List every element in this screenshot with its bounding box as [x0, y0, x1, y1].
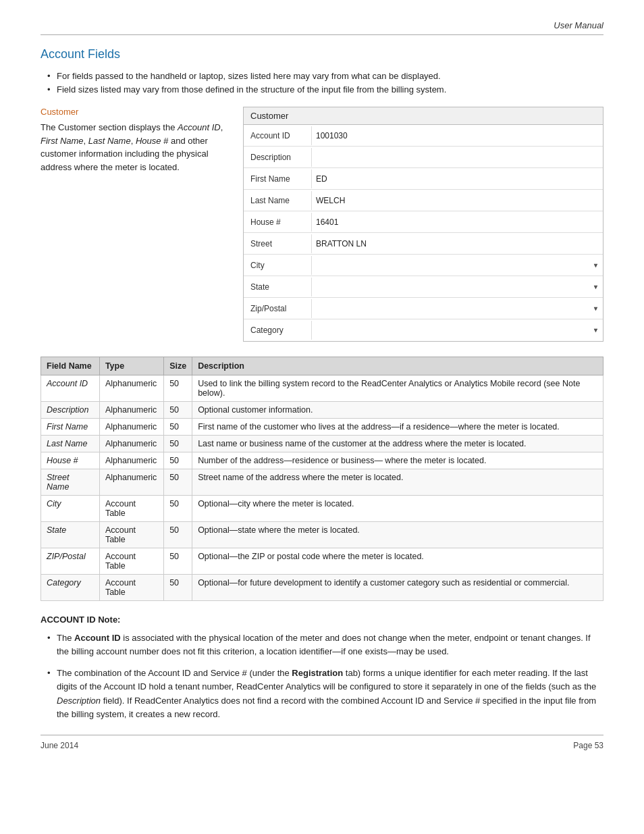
cell-type: Account Table: [99, 548, 163, 575]
field-value-zip[interactable]: ▼: [311, 299, 603, 318]
cell-field-name: First Name: [41, 419, 100, 436]
col-header-field-name: Field Name: [41, 357, 100, 375]
bullet-item: For fields passed to the handheld or lap…: [47, 71, 603, 81]
cell-type: Alphanumeric: [99, 436, 163, 452]
cell-size: 50: [164, 469, 192, 496]
field-label-zip: Zip/Postal: [244, 301, 311, 316]
cell-field-name: Street Name: [41, 469, 100, 496]
cell-type: Account Table: [99, 575, 163, 601]
cell-field-name: State: [41, 522, 100, 548]
table-row: CityAccount Table50Optional—city where t…: [41, 496, 603, 522]
table-row: House #Alphanumeric50Number of the addre…: [41, 452, 603, 469]
field-label-street: Street: [244, 236, 311, 251]
field-value-category[interactable]: ▼: [311, 321, 603, 340]
cell-field-name: House #: [41, 452, 100, 469]
col-header-description: Description: [192, 357, 603, 375]
field-label-category: Category: [244, 323, 311, 338]
cell-field-name: Category: [41, 575, 100, 601]
footer-left: June 2014: [41, 741, 78, 750]
customer-box: Customer Account ID 1001030 Description …: [243, 107, 603, 342]
field-value-state[interactable]: ▼: [311, 278, 603, 296]
field-label-last-name: Last Name: [244, 193, 311, 208]
cell-description: Optional customer information.: [192, 402, 603, 419]
note-bullet-1: The Account ID is associated with the ph…: [47, 631, 603, 658]
form-row-account-id: Account ID 1001030: [244, 125, 603, 147]
cell-size: 50: [164, 375, 192, 402]
cell-field-name: ZIP/Postal: [41, 548, 100, 575]
chevron-down-icon: ▼: [593, 262, 599, 269]
note-title: ACCOUNT ID Note:: [41, 615, 603, 625]
cell-field-name: City: [41, 496, 100, 522]
col-header-size: Size: [164, 357, 192, 375]
cell-description: Number of the address—residence or busin…: [192, 452, 603, 469]
cell-type: Alphanumeric: [99, 402, 163, 419]
chevron-down-icon: ▼: [593, 305, 599, 312]
field-value-description[interactable]: [311, 148, 603, 167]
field-value-street[interactable]: BRATTON LN: [311, 234, 603, 253]
table-row: Account IDAlphanumeric50Used to link the…: [41, 375, 603, 402]
cell-description: Optional—the ZIP or postal code where th…: [192, 548, 603, 575]
field-label-state: State: [244, 280, 311, 294]
cell-description: Used to link the billing system record t…: [192, 375, 603, 402]
form-row-last-name: Last Name WELCH: [244, 190, 603, 211]
form-row-description: Description: [244, 147, 603, 168]
field-table: Field Name Type Size Description Account…: [41, 357, 603, 601]
cell-size: 50: [164, 522, 192, 548]
table-row: Street NameAlphanumeric50Street name of …: [41, 469, 603, 496]
field-label-house: House #: [244, 215, 311, 230]
cell-type: Alphanumeric: [99, 375, 163, 402]
field-value-city[interactable]: ▼: [311, 256, 603, 275]
table-row: Last NameAlphanumeric50Last name or busi…: [41, 436, 603, 452]
form-row-category: Category ▼: [244, 319, 603, 341]
field-value-last-name[interactable]: WELCH: [311, 191, 603, 210]
customer-box-header: Customer: [244, 107, 603, 125]
note-bullet-2: The combination of the Account ID and Se…: [47, 667, 603, 721]
form-row-state: State ▼: [244, 276, 603, 298]
field-value-account-id[interactable]: 1001030: [311, 126, 603, 145]
page: User Manual Account Fields For fields pa…: [0, 0, 644, 834]
cell-description: Optional—state where the meter is locate…: [192, 522, 603, 548]
field-label-city: City: [244, 258, 311, 273]
cell-description: Optional—for future development to ident…: [192, 575, 603, 601]
field-value-house[interactable]: 16401: [311, 213, 603, 232]
table-row: First NameAlphanumeric50First name of th…: [41, 419, 603, 436]
note-bullets: The Account ID is associated with the ph…: [41, 631, 603, 721]
cell-size: 50: [164, 548, 192, 575]
header: User Manual: [41, 20, 603, 35]
footer-right: Page 53: [573, 741, 603, 750]
section-title: Account Fields: [41, 47, 603, 61]
form-row-city: City ▼: [244, 255, 603, 276]
cell-description: Optional—city where the meter is located…: [192, 496, 603, 522]
footer: June 2014 Page 53: [41, 735, 603, 750]
cell-description: Street name of the address where the met…: [192, 469, 603, 496]
customer-subtitle: Customer: [41, 107, 230, 117]
cell-description: First name of the customer who lives at …: [192, 419, 603, 436]
field-value-first-name[interactable]: ED: [311, 170, 603, 188]
cell-field-name: Description: [41, 402, 100, 419]
cell-size: 50: [164, 419, 192, 436]
header-title: User Manual: [554, 20, 603, 30]
cell-type: Alphanumeric: [99, 419, 163, 436]
chevron-down-icon: ▼: [593, 284, 599, 290]
table-row: CategoryAccount Table50Optional—for futu…: [41, 575, 603, 601]
cell-description: Last name or business name of the custom…: [192, 436, 603, 452]
cell-field-name: Last Name: [41, 436, 100, 452]
customer-form: Customer Account ID 1001030 Description …: [243, 107, 603, 342]
intro-bullets: For fields passed to the handheld or lap…: [41, 71, 603, 95]
bullet-item: Field sizes listed may vary from those d…: [47, 84, 603, 95]
cell-size: 50: [164, 496, 192, 522]
cell-size: 50: [164, 575, 192, 601]
chevron-down-icon: ▼: [593, 327, 599, 334]
col-header-type: Type: [99, 357, 163, 375]
form-row-zip: Zip/Postal ▼: [244, 298, 603, 319]
customer-desc-text: The Customer section displays the Accoun…: [41, 121, 230, 174]
cell-size: 50: [164, 402, 192, 419]
form-row-first-name: First Name ED: [244, 168, 603, 190]
table-row: DescriptionAlphanumeric50Optional custom…: [41, 402, 603, 419]
field-label-first-name: First Name: [244, 172, 311, 186]
cell-type: Account Table: [99, 496, 163, 522]
cell-type: Alphanumeric: [99, 452, 163, 469]
customer-description: Customer The Customer section displays t…: [41, 107, 230, 342]
field-label-account-id: Account ID: [244, 128, 311, 143]
cell-type: Alphanumeric: [99, 469, 163, 496]
